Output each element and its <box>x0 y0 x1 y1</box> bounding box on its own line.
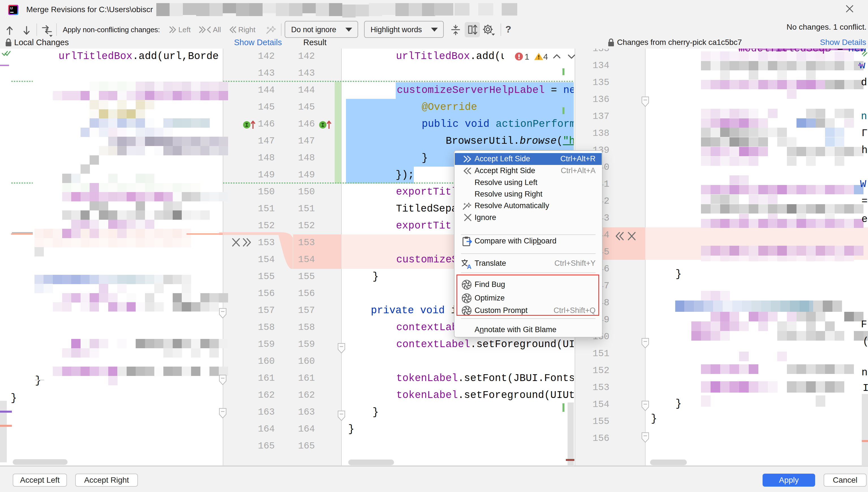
svg-text:A: A <box>467 263 471 270</box>
